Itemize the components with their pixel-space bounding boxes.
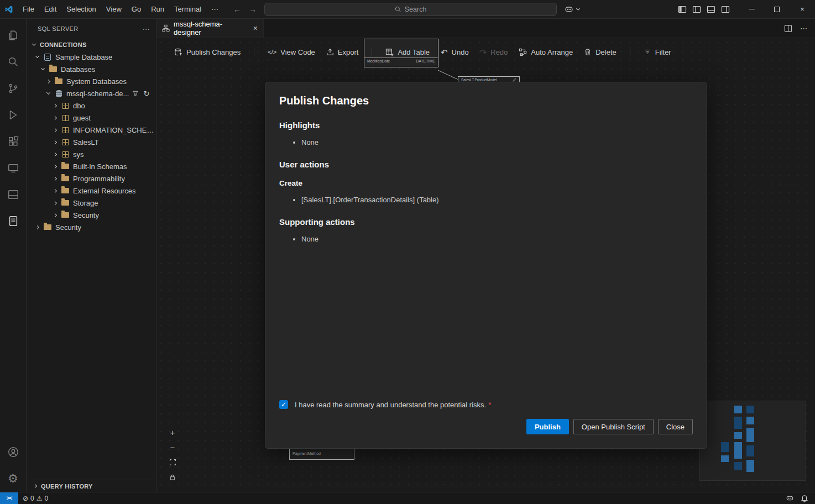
create-item: [SalesLT].[OrderTransactionDetails] (Tab… <box>301 196 693 204</box>
search-view-icon[interactable] <box>0 49 27 75</box>
tab-close-icon[interactable]: × <box>253 24 258 33</box>
table-node-fragment-bottom[interactable]: PaymentMethod <box>289 448 354 460</box>
menu-selection[interactable]: Selection <box>61 3 101 16</box>
open-publish-script-button[interactable]: Open Publish Script <box>573 419 654 434</box>
tree-item-sys[interactable]: sys <box>27 148 156 160</box>
query-history-section[interactable]: QUERY HISTORY <box>27 480 156 492</box>
sidebar-more-actions[interactable]: ⋯ <box>143 24 150 33</box>
risk-checkbox[interactable]: ✓ <box>279 400 288 409</box>
lock-button[interactable] <box>168 472 177 482</box>
redo-button[interactable]: ↷ Redo <box>474 45 514 59</box>
menu-terminal[interactable]: Terminal <box>169 3 206 16</box>
customize-layout-icon[interactable] <box>678 5 687 14</box>
editor-more-actions[interactable]: ⋯ <box>800 24 807 33</box>
toolbar-label: Auto Arrange <box>531 48 573 56</box>
minimap[interactable] <box>699 401 806 481</box>
publish-changes-button[interactable]: Publish Changes <box>169 45 246 59</box>
minimize-button[interactable] <box>739 0 764 18</box>
extensions-icon[interactable] <box>0 128 27 155</box>
folder-icon <box>61 200 70 206</box>
tree-section-connections[interactable]: CONNECTIONS <box>27 39 156 51</box>
fit-view-button[interactable] <box>168 457 177 467</box>
server-icon <box>43 54 52 61</box>
schema-icon <box>61 103 70 109</box>
remote-explorer-icon[interactable] <box>0 155 27 181</box>
copilot-menu-button[interactable] <box>565 5 584 14</box>
chevron-right-icon <box>53 213 57 217</box>
settings-gear-icon[interactable]: ⚙ <box>0 465 27 492</box>
filter-icon[interactable] <box>132 90 139 97</box>
add-table-button[interactable]: Add Table <box>380 45 435 59</box>
schema-icon <box>61 115 70 121</box>
menu-run[interactable]: Run <box>146 3 169 16</box>
remote-indicator[interactable]: >< <box>0 492 18 504</box>
delete-button[interactable]: Delete <box>578 45 622 59</box>
sql-server-view-icon[interactable] <box>0 208 27 234</box>
tree-item-dbo[interactable]: dbo <box>27 99 156 112</box>
tree-item-external-resources[interactable]: External Resources <box>27 185 156 197</box>
chevron-down-icon <box>46 91 50 95</box>
chevron-down-icon <box>32 42 36 46</box>
export-button[interactable]: Export <box>321 45 364 59</box>
split-editor-icon[interactable] <box>784 24 792 33</box>
notifications-bell-icon[interactable] <box>801 495 808 502</box>
account-icon[interactable] <box>0 439 27 465</box>
warning-icon: ⚠ <box>36 495 43 502</box>
toggle-secondary-sidebar-icon[interactable] <box>721 5 730 14</box>
tree-item-programmability[interactable]: Programmability <box>27 172 156 185</box>
tree-item-label: Sample Database <box>55 53 112 61</box>
tree-item-label: dbo <box>73 102 85 110</box>
menu-go[interactable]: Go <box>127 3 146 16</box>
zoom-out-button[interactable]: − <box>168 442 177 452</box>
publish-button[interactable]: Publish <box>526 419 569 434</box>
tree-item-security-db[interactable]: Security <box>27 209 156 221</box>
tree-item-system-databases[interactable]: System Databases <box>27 75 156 87</box>
refresh-icon[interactable]: ↻ <box>143 90 149 98</box>
risk-checkbox-label[interactable]: I have read the summary and understand t… <box>295 401 491 409</box>
toggle-panel-icon[interactable] <box>707 5 715 14</box>
tree-item-sample-database[interactable]: Sample Database <box>27 51 156 63</box>
menu-view[interactable]: View <box>101 3 127 16</box>
folder-icon <box>43 224 52 230</box>
filter-button[interactable]: Filter <box>638 45 677 59</box>
tree-item-information-schema[interactable]: INFORMATION_SCHEMA <box>27 124 156 136</box>
command-center-search[interactable]: Search <box>264 3 557 16</box>
problems-indicator[interactable]: ⊘ 0 ⚠ 0 <box>18 495 53 502</box>
auto-arrange-button[interactable]: Auto Arrange <box>513 45 578 59</box>
close-window-button[interactable]: × <box>790 0 815 18</box>
database-icon <box>54 90 63 97</box>
tree-item-saleslt[interactable]: SalesLT <box>27 136 156 148</box>
undo-icon: ↶ <box>441 48 448 56</box>
toolbar-label: Undo <box>452 48 469 56</box>
table-title: SalesLT.ProductModel <box>461 78 497 82</box>
toolbar-label: Publish Changes <box>186 48 241 56</box>
schema-icon <box>61 127 70 133</box>
undo-button[interactable]: ↶ Undo <box>435 45 474 59</box>
tree-item-built-in-schemas[interactable]: Built-in Schemas <box>27 160 156 172</box>
explorer-icon[interactable] <box>0 22 27 49</box>
tree-item-databases[interactable]: Databases <box>27 63 156 75</box>
copilot-status-icon[interactable] <box>786 495 794 502</box>
maximize-button[interactable] <box>764 0 790 18</box>
schema-designer-canvas[interactable]: Publish Changes </> View Code Export A <box>156 38 815 492</box>
close-dialog-button[interactable]: Close <box>658 419 693 434</box>
tree-item-mssql-schema-designer-db[interactable]: mssql-schema-de... ↻ <box>27 87 156 99</box>
back-icon[interactable]: ← <box>233 5 241 14</box>
view-code-button[interactable]: </> View Code <box>262 45 321 59</box>
menu-edit[interactable]: Edit <box>39 3 61 16</box>
tab-mssql-schema-designer[interactable]: mssql-schema-designer × <box>156 19 264 38</box>
panel-view-icon[interactable] <box>0 181 27 208</box>
menu-overflow[interactable]: ⋯ <box>206 3 223 16</box>
tree-item-guest[interactable]: guest <box>27 112 156 124</box>
tree-item-security-server[interactable]: Security <box>27 221 156 233</box>
toolbar-label: Filter <box>655 48 671 56</box>
menu-file[interactable]: File <box>18 3 39 16</box>
code-icon: </> <box>268 49 276 55</box>
forward-icon[interactable]: → <box>249 5 257 14</box>
run-debug-icon[interactable] <box>0 102 27 128</box>
source-control-icon[interactable] <box>0 75 27 102</box>
tree-item-storage[interactable]: Storage <box>27 197 156 209</box>
zoom-in-button[interactable]: + <box>168 427 177 437</box>
toggle-primary-sidebar-icon[interactable] <box>692 5 701 14</box>
search-icon <box>395 6 401 13</box>
